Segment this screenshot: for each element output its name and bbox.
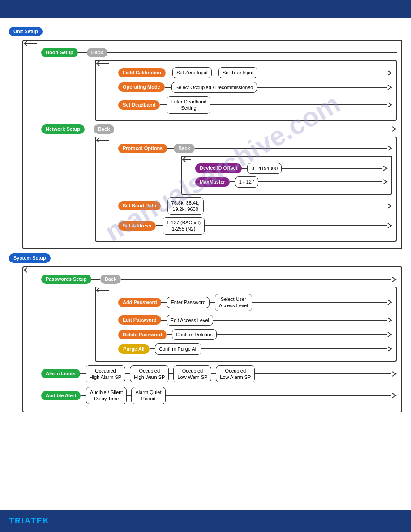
protocol-options-row: Protocol Options Back	[118, 144, 392, 153]
operating-mode-label: Operating Mode	[118, 82, 165, 92]
select-occupied-decommissioned: Select Occupied / Decommissioned	[171, 82, 257, 93]
did-arrow-end	[382, 165, 388, 172]
sa-arrow-end	[387, 223, 392, 229]
maxmaster-range: 1 - 127	[235, 176, 258, 187]
unit-setup-section: Unit Setup Hood Setup Back	[9, 27, 402, 249]
dp-arrow-end	[387, 331, 392, 338]
al-arrow-end	[391, 371, 397, 377]
confirm-purge-all: Confirm Purge All	[155, 343, 201, 354]
back-arrow-proto	[182, 156, 191, 163]
om-arrow-end	[387, 84, 392, 90]
set-zero-input: Set Zero Input	[172, 67, 212, 78]
ps-arrow-end	[391, 276, 397, 283]
company-logo: TRIATEK	[9, 516, 50, 526]
alarm-quiet-period: Alarm Quiet Period	[131, 387, 165, 404]
occupied-high-warn-sp: Occupied High Warn SP	[130, 365, 169, 383]
edit-access-level: Edit Access Level	[167, 315, 213, 326]
back-arrow-system	[23, 267, 37, 273]
maxmaster-row: MaxMaster 1 - 127	[195, 176, 388, 187]
alarm-limits-row: Alarm Limits Occupied High Alarm SP Occu…	[41, 365, 397, 383]
network-setup-label: Network Setup	[41, 124, 85, 134]
bottom-bar: TRIATEK	[0, 510, 411, 532]
edit-password-row: Edit Password Edit Access Level	[118, 315, 392, 326]
occupied-high-alarm-sp: Occupied High Alarm SP	[86, 365, 126, 383]
passwords-setup-row: Passwords Setup Back	[41, 275, 397, 284]
maxmaster-label: MaxMaster	[195, 177, 230, 187]
po-arrow-end	[387, 145, 392, 151]
top-bar	[0, 0, 411, 18]
ns-arrow-end	[391, 126, 397, 132]
purge-all-row: Purge All Confirm Purge All	[118, 343, 392, 354]
audible-alert-row: Audible Alert Audible / Silent Delay Tim…	[41, 387, 397, 404]
ep-arrow-end	[387, 317, 392, 323]
protocol-back[interactable]: Back	[174, 144, 194, 153]
add-password-row: Add Password Enter Password Select User …	[118, 294, 392, 311]
delete-password-row: Delete Password Confirm Deletion	[118, 329, 392, 340]
audible-alert-label: Audible Alert	[41, 391, 81, 400]
device-id-offset-row: Device ID Offset 0 - 4194000	[195, 163, 388, 174]
passwords-back[interactable]: Back	[100, 275, 121, 284]
operating-mode-row: Operating Mode Select Occupied / Decommi…	[118, 82, 392, 93]
edit-password-label: Edit Password	[118, 315, 161, 325]
back-arrow-pass	[96, 287, 109, 293]
system-setup-label: System Setup	[9, 253, 51, 263]
baud-rate-values: 76.8k, 38.4k, 19.2k, 9600	[167, 197, 204, 215]
system-setup-section: System Setup Passwords Setup Back	[9, 253, 402, 412]
alarm-limits-label: Alarm Limits	[41, 369, 80, 378]
field-calibration-label: Field Calibration	[118, 68, 166, 77]
mm-arrow-end	[382, 179, 388, 185]
set-true-input: Set True Input	[218, 67, 257, 78]
set-baud-rate-row: Set Baud Rate 76.8k, 38.4k, 19.2k, 9600	[118, 197, 392, 215]
back-arrow-unit	[23, 40, 37, 47]
occupied-low-warn-sp: Occupied Low Warn SP	[173, 365, 211, 383]
delete-password-label: Delete Password	[118, 330, 167, 339]
address-values: 1-127 (BACnet) 1-255 (N2)	[163, 217, 205, 235]
passwords-setup-label: Passwords Setup	[41, 275, 91, 284]
add-password-label: Add Password	[118, 298, 161, 307]
br-arrow-end	[387, 203, 392, 209]
audible-silent-delay: Audible / Silent Delay Time	[86, 387, 127, 404]
network-setup-row: Network Setup Back	[41, 124, 397, 134]
set-deadband-row: Set Deadband Enter Deadband Setting	[118, 96, 392, 114]
pa-arrow-end	[387, 346, 392, 352]
hood-setup-row: Hood Setup Back	[41, 48, 397, 57]
hood-arrow	[107, 50, 397, 56]
network-back[interactable]: Back	[94, 124, 114, 134]
occupied-low-alarm-sp: Occupied Low Alarm SP	[216, 365, 255, 383]
confirm-deletion: Confirm Deletion	[172, 329, 217, 340]
purge-all-label: Purge All	[118, 344, 150, 354]
set-deadband-label: Set Deadband	[118, 100, 160, 110]
db-arrow-end	[387, 102, 392, 108]
ap-arrow-end	[387, 299, 392, 305]
enter-deadband-setting: Enter Deadband Setting	[167, 96, 210, 114]
field-calibration-row: Field Calibration Set Zero Input Set Tru…	[118, 67, 392, 78]
back-arrow-network	[96, 137, 109, 143]
back-arrow-hood	[96, 60, 109, 67]
device-id-offset-label: Device ID Offset	[195, 163, 242, 173]
enter-password-box: Enter Password	[167, 297, 210, 308]
unit-setup-label: Unit Setup	[9, 27, 43, 36]
set-baud-rate-label: Set Baud Rate	[118, 201, 161, 210]
device-id-range: 0 - 4194000	[247, 163, 282, 174]
aa-arrow-end	[391, 392, 397, 399]
hood-setup-label: Hood Setup	[41, 48, 78, 57]
select-user-access-level: Select User Access Level	[215, 294, 252, 311]
fc-arrow-end	[387, 70, 392, 76]
set-address-label: Set Address	[118, 221, 156, 231]
hood-setup-back[interactable]: Back	[87, 48, 107, 57]
protocol-options-label: Protocol Options	[118, 144, 167, 153]
set-address-row: Set Address 1-127 (BACnet) 1-255 (N2)	[118, 217, 392, 235]
